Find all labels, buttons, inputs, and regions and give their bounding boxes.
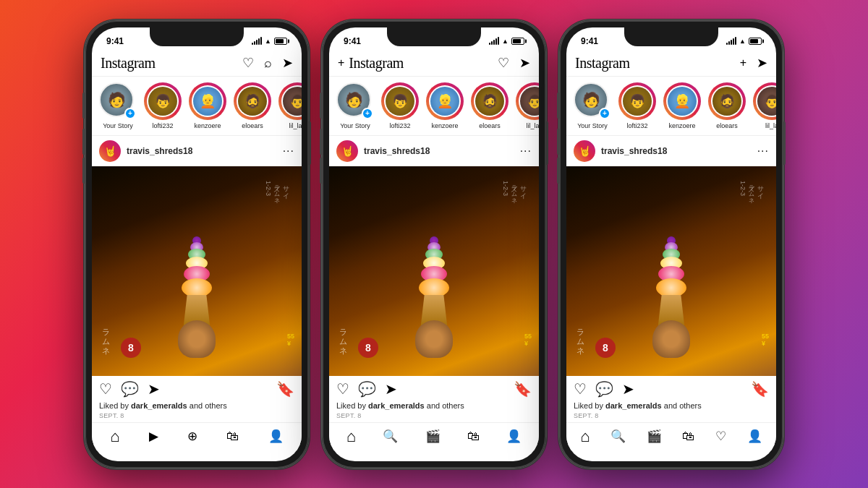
story-lofti-right[interactable]: 👦 lofti232 <box>618 82 656 129</box>
post-username-left[interactable]: travis_shreds18 <box>127 146 277 156</box>
nav-shop-right[interactable]: 🛍 <box>682 430 694 442</box>
story-kenzo-left[interactable]: 👱 kenzoere <box>189 82 226 129</box>
save-action-left[interactable]: 🔖 <box>276 380 294 398</box>
story-avatar-elo-left: 🧔 <box>238 87 267 116</box>
heart-action-right[interactable]: ♡ <box>574 380 587 398</box>
story-lil-center[interactable]: 👨 lil_lap <box>516 82 539 129</box>
save-action-center[interactable]: 🔖 <box>514 380 532 398</box>
story-elo-center[interactable]: 🧔 eloears <box>471 82 509 129</box>
story-elo-left[interactable]: 🧔 eloears <box>234 82 271 129</box>
bg-jp-text3-center: ラムネ <box>338 323 349 351</box>
nav-home-right[interactable]: ⌂ <box>580 429 590 445</box>
story-ring-elo-center: 🧔 <box>471 82 509 120</box>
ig-logo-right: Instagram <box>575 55 740 72</box>
nav-profile-right[interactable]: 👤 <box>747 430 762 442</box>
post-username-center[interactable]: travis_shreds18 <box>364 146 514 156</box>
post-likes-right: Liked by dark_emeralds and others <box>566 400 776 411</box>
your-story-center[interactable]: 🧑 + Your Story <box>336 82 374 129</box>
story-kenzo-center[interactable]: 👱 kenzoere <box>426 82 464 129</box>
post-avatar-left[interactable]: 🤘 <box>99 140 121 162</box>
post-header-center: 🤘 travis_shreds18 ··· <box>329 136 539 166</box>
post-avatar-right[interactable]: 🤘 <box>574 140 595 162</box>
post-more-left[interactable]: ··· <box>283 145 294 158</box>
your-story-label-center: Your Story <box>340 122 370 129</box>
bg-price-center: 55¥ <box>524 333 532 347</box>
nav-like-right[interactable]: ♡ <box>715 430 726 442</box>
story-ring-lil-left: 👨 <box>278 82 302 120</box>
story-label-elo-left: eloears <box>242 122 263 129</box>
your-story-avatar-wrap-center: 🧑 + <box>336 82 374 120</box>
nav-add-left[interactable]: ⊕ <box>187 430 197 442</box>
story-ring-lofti-center: 👦 <box>381 82 419 120</box>
story-avatar-lil-right: 👨 <box>757 87 776 116</box>
your-story-left[interactable]: 🧑 + Your Story <box>99 82 137 129</box>
nav-search-center[interactable]: 🔍 <box>383 430 398 442</box>
story-ring-lofti-left: 👦 <box>144 82 182 120</box>
comment-action-right[interactable]: 💬 <box>595 380 613 398</box>
heart-action-left[interactable]: ♡ <box>99 380 112 398</box>
signal-icon-right <box>726 38 736 45</box>
dm-icon-right[interactable]: ➤ <box>757 56 767 69</box>
ig-logo-left: Instagram <box>101 55 242 72</box>
post-more-right[interactable]: ··· <box>757 145 769 158</box>
story-label-lil-center: lil_lap <box>526 122 539 129</box>
story-ring-lil-right: 👨 <box>753 82 776 120</box>
ice-cream-scene-left: サイズ1-2-3 ラムネ ラムネ 8 55¥ <box>92 166 302 376</box>
bg-jp-text2-left: ラムネ <box>272 181 280 200</box>
like-icon-left[interactable]: ♡ <box>242 56 254 69</box>
status-time-right: 9:41 <box>581 36 598 46</box>
dm-icon-center[interactable]: ➤ <box>519 56 530 69</box>
battery-icon-left <box>274 38 287 45</box>
share-action-center[interactable]: ➤ <box>385 380 397 398</box>
new-post-icon-center[interactable]: + <box>338 57 344 69</box>
post-date-left: Sept. 8 <box>92 411 302 422</box>
search-icon-left[interactable]: ⌕ <box>264 56 272 69</box>
nav-search-right[interactable]: 🔍 <box>610 430 626 442</box>
story-lofti-center[interactable]: 👦 lofti232 <box>381 82 419 129</box>
story-label-elo-center: eloears <box>479 122 501 129</box>
ice-cream-scene-right: サイズ1-2-3 ラムネ ラムネ 8 55¥ <box>566 166 776 376</box>
nav-shop-center[interactable]: 🛍 <box>467 430 480 442</box>
post-avatar-center[interactable]: 🤘 <box>336 140 358 162</box>
post-more-center[interactable]: ··· <box>520 145 532 158</box>
story-ring-elo-right: 🧔 <box>708 82 746 120</box>
like-icon-center[interactable]: ♡ <box>498 56 509 69</box>
bottom-nav-center: ⌂ 🔍 🎬 🛍 👤 <box>329 422 539 450</box>
story-avatar-lil-left: 👨 <box>283 87 302 116</box>
share-action-right[interactable]: ➤ <box>622 380 634 398</box>
new-post-icon-right[interactable]: + <box>740 57 746 69</box>
story-elo-right[interactable]: 🧔 eloears <box>708 82 746 129</box>
post-actions-left: ♡ 💬 ➤ 🔖 <box>92 376 302 400</box>
heart-action-center[interactable]: ♡ <box>336 380 349 398</box>
story-lil-left[interactable]: 👨 lil_lap <box>278 82 302 129</box>
story-ring-lil-center: 👨 <box>516 82 539 120</box>
nav-reels-left[interactable]: ▶ <box>149 430 158 442</box>
nav-profile-left[interactable]: 👤 <box>268 430 284 442</box>
post-right: 🤘 travis_shreds18 ··· サイズ1-2-3 ラムネ ラムネ 8… <box>566 136 776 422</box>
nav-home-left[interactable]: ⌂ <box>110 429 119 445</box>
story-lil-right[interactable]: 👨 lil_la <box>753 82 776 129</box>
nav-reels-right[interactable]: 🎬 <box>647 430 662 442</box>
post-actions-right: ♡ 💬 ➤ 🔖 <box>566 376 776 400</box>
phone-screen-center: 9:41 ▲ + Instagram ♡ ➤ <box>329 27 539 461</box>
your-story-avatar-wrap-right: 🧑 + <box>574 82 611 120</box>
nav-home-center[interactable]: ⌂ <box>346 429 356 445</box>
comment-action-center[interactable]: 💬 <box>358 380 376 398</box>
nav-profile-center[interactable]: 👤 <box>506 430 522 442</box>
story-ring-lofti-right: 👦 <box>618 82 656 120</box>
dm-icon-left[interactable]: ➤ <box>282 56 293 69</box>
wifi-icon-left: ▲ <box>265 38 271 45</box>
bg-number-circle-left: 8 <box>121 338 141 358</box>
share-action-left[interactable]: ➤ <box>148 380 160 398</box>
story-kenzo-right[interactable]: 👱 kenzoere <box>663 82 701 129</box>
your-story-right[interactable]: 🧑 + Your Story <box>574 82 611 129</box>
ig-header-center: + Instagram ♡ ➤ <box>329 51 539 77</box>
story-label-lofti-left: lofti232 <box>152 122 173 129</box>
comment-action-left[interactable]: 💬 <box>121 380 139 398</box>
post-username-right[interactable]: travis_shreds18 <box>601 146 752 156</box>
story-lofti-left[interactable]: 👦 lofti232 <box>144 82 182 129</box>
ice-cream-scene-center: サイズ1-2-3 ラムネ ラムネ 8 55¥ <box>329 166 539 376</box>
nav-shop-left[interactable]: 🛍 <box>226 430 239 442</box>
nav-reels-center[interactable]: 🎬 <box>425 430 441 442</box>
save-action-right[interactable]: 🔖 <box>751 380 769 398</box>
